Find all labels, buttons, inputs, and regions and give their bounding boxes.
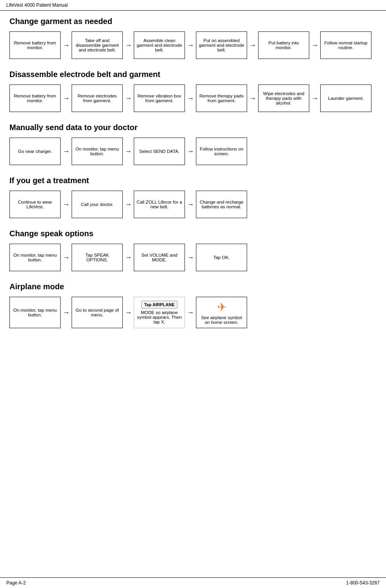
step-box: Launder garment.	[320, 85, 371, 112]
arrow-icon: →	[185, 254, 196, 262]
step-box: On monitor, tap menu button.	[9, 244, 61, 271]
section-title-speak-options: Change speak options	[9, 229, 377, 238]
airplane-icon: ✈	[199, 301, 244, 314]
section-send-data: Manually send data to your doctor Go nea…	[9, 123, 377, 165]
section-treatment: If you get a treatment Continue to wear …	[9, 176, 377, 218]
step-box: Put on assembled garment and electrode b…	[196, 31, 247, 59]
step-box: Put battery into monitor.	[258, 31, 309, 59]
arrow-icon: →	[123, 200, 134, 209]
arrow-icon: →	[123, 309, 134, 317]
section-title-send-data: Manually send data to your doctor	[9, 123, 377, 132]
arrow-icon: →	[123, 147, 134, 156]
step-box: Set VOLUME and MODE.	[134, 244, 185, 271]
section-airplane-mode: Airplane mode On monitor, tap menu butto…	[9, 282, 377, 328]
arrow-icon: →	[61, 94, 72, 103]
step-box: Remove therapy pads from garment.	[196, 85, 247, 112]
step-box: Continue to wear LifeVest.	[9, 191, 61, 218]
page-header: LifeVest 4000 Patient Manual	[0, 0, 386, 11]
flow-change-garment: Remove battery from monitor. → Take off …	[9, 31, 377, 59]
step-box: Select SEND DATA.	[134, 138, 185, 165]
arrow-icon: →	[123, 41, 134, 50]
flow-speak-options: On monitor, tap menu button. → Tap SPEAK…	[9, 244, 377, 271]
step-box: On monitor, tap menu button.	[72, 138, 123, 165]
step-box: Remove battery from monitor.	[9, 31, 61, 59]
section-disassemble: Disassemble electrode belt and garment R…	[9, 70, 377, 112]
flow-disassemble: Remove battery from monitor. → Remove el…	[9, 85, 377, 112]
section-title-disassemble: Disassemble electrode belt and garment	[9, 70, 377, 79]
section-speak-options: Change speak options On monitor, tap men…	[9, 229, 377, 271]
step-box: Call your doctor.	[72, 191, 123, 218]
section-title-airplane-mode: Airplane mode	[9, 282, 377, 291]
arrow-icon: →	[247, 94, 258, 103]
arrow-icon: →	[247, 41, 258, 50]
flow-airplane-mode: On monitor, tap menu button. → Go to sec…	[9, 297, 377, 328]
tap-airplane-text: MODE so airplane symbol appears. Then ta…	[137, 310, 182, 324]
step-box: Remove electrodes from garment.	[72, 85, 123, 112]
step-box: On monitor, tap menu button.	[9, 297, 61, 328]
arrow-icon: →	[123, 94, 134, 103]
page-footer: Page A-2 1-800-543-3267	[0, 577, 386, 588]
step-box: Tap OK.	[196, 244, 247, 271]
step-box: Take off and disassemble garment and ele…	[72, 31, 123, 59]
step-box: Change and recharge batteries as normal.	[196, 191, 247, 218]
document-title: LifeVest 4000 Patient Manual	[6, 2, 68, 8]
arrow-icon: →	[185, 94, 196, 103]
arrow-icon: →	[185, 200, 196, 209]
step-box: Tap SPEAK OPTIONS.	[72, 244, 123, 271]
step-box: Follow normal startup routine.	[320, 31, 371, 59]
section-title-change-garment: Change garment as needed	[9, 17, 377, 26]
footer-right: 1-800-543-3267	[346, 580, 380, 586]
arrow-icon: →	[309, 94, 320, 103]
arrow-icon: →	[185, 309, 196, 317]
arrow-icon: →	[309, 41, 320, 50]
step-box-tap-airplane: Tap AIRPLANE MODE so airplane symbol app…	[134, 297, 185, 328]
step-box: Remove vibration box from garment.	[134, 85, 185, 112]
footer-left: Page A-2	[6, 580, 26, 586]
page-content: Change garment as needed Remove battery …	[0, 11, 386, 363]
section-change-garment: Change garment as needed Remove battery …	[9, 17, 377, 59]
step-box: Assemble clean garment and electrode bel…	[134, 31, 185, 59]
step-box: Wipe electrodes and therapy pads with al…	[258, 85, 309, 112]
step-box: Go near charger.	[9, 138, 61, 165]
flow-send-data: Go near charger. → On monitor, tap menu …	[9, 138, 377, 165]
tap-airplane-label: Tap AIRPLANE	[141, 301, 177, 309]
arrow-icon: →	[61, 309, 72, 317]
section-title-treatment: If you get a treatment	[9, 176, 377, 185]
flow-treatment: Continue to wear LifeVest. → Call your d…	[9, 191, 377, 218]
arrow-icon: →	[123, 254, 134, 262]
arrow-icon: →	[61, 254, 72, 262]
arrow-icon: →	[61, 147, 72, 156]
step-box: Follow instructions on screen.	[196, 138, 247, 165]
step-box: Call ZOLL Lifecor for a new belt.	[134, 191, 185, 218]
arrow-icon: →	[185, 41, 196, 50]
step-box: Remove battery from monitor.	[9, 85, 61, 112]
step-box-see-airplane: ✈ See airplane symbol on home screen.	[196, 297, 247, 328]
step-box: Go to second page of menu.	[72, 297, 123, 328]
arrow-icon: →	[61, 41, 72, 50]
see-airplane-text: See airplane symbol on home screen.	[201, 315, 242, 325]
arrow-icon: →	[185, 147, 196, 156]
arrow-icon: →	[61, 200, 72, 209]
